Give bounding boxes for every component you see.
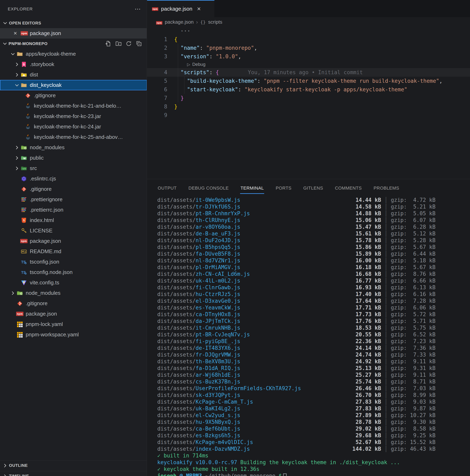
folded-region-marker[interactable]: ···: [147, 27, 470, 35]
collapse-all-icon[interactable]: [136, 40, 142, 47]
terminal-output[interactable]: dist/assets/it-0We9pbsW.js 14.44 kB│gzip…: [147, 194, 470, 476]
open-editor-label: package.json: [30, 30, 61, 36]
vscode-window: EXPLORER ⋯ OPEN EDITORS ✕ npm package.js…: [0, 0, 470, 476]
tree-item[interactable]: node_modules: [0, 288, 147, 298]
tree-item[interactable]: apps/keycloak-theme: [0, 49, 147, 59]
chevron-down-icon[interactable]: [14, 82, 20, 89]
tree-item[interactable]: TStsconfig.json: [0, 257, 147, 267]
chevron-spacer: [18, 123, 24, 130]
tree-item[interactable]: .prettierignore: [0, 194, 147, 205]
chevron-right-icon[interactable]: [14, 71, 20, 78]
breadcrumb-symbol[interactable]: scripts: [208, 19, 222, 25]
tree-item[interactable]: .gitignore: [0, 298, 147, 309]
explorer-title: EXPLORER: [8, 6, 33, 11]
open-editors-label: OPEN EDITORS: [9, 21, 41, 25]
tree-item[interactable]: .eslintrc.cjs: [0, 173, 147, 184]
outline-section[interactable]: OUTLINE: [0, 460, 147, 471]
tree-item[interactable]: npmpackage.json: [0, 236, 147, 246]
close-icon[interactable]: ✕: [197, 6, 201, 12]
new-file-icon[interactable]: [105, 40, 112, 47]
code-line: 8}: [147, 102, 470, 111]
panel-tab-terminal[interactable]: TERMINAL: [240, 184, 264, 194]
code-editor[interactable]: ··· 1{2 "name": "pnpm-monorepo",3 "versi…: [147, 27, 470, 179]
panel-tab-ports[interactable]: PORTS: [275, 184, 292, 194]
project-section[interactable]: PNPM-MONOREPO: [0, 38, 147, 49]
open-editor-package-json[interactable]: ✕ npm package.json: [0, 28, 147, 38]
folder-dist-icon: [20, 71, 27, 78]
refresh-icon[interactable]: [126, 40, 132, 47]
tree-item[interactable]: TStsconfig.node.json: [0, 267, 147, 277]
breadcrumb-file[interactable]: package.json: [165, 19, 194, 25]
panel-tab-gitlens[interactable]: GITLENS: [303, 184, 324, 194]
code-line: 1{: [147, 35, 470, 44]
chevron-right-icon[interactable]: [14, 154, 20, 161]
tree-item[interactable]: pnpm-lock.yaml: [0, 319, 147, 329]
tab-bar: npm package.json ✕: [147, 0, 470, 17]
tree-item-label: README.md: [27, 248, 61, 255]
tree-item[interactable]: pnpm-workspace.yaml: [0, 329, 147, 340]
tree-item[interactable]: 5index.html: [0, 215, 147, 225]
storybook-icon: S: [20, 61, 27, 68]
panel-tab-comments[interactable]: COMMENTS: [335, 184, 362, 194]
terminal-line: dist/assets/es-Bzkgs6h5.js 29.68 kB│gzip…: [157, 432, 470, 439]
timeline-section[interactable]: TIMELINE: [0, 471, 147, 476]
terminal-status-line: ✓ keycloak theme built in 12.36s: [157, 466, 470, 473]
terminal-line: dist/assets/ar-v8OY60oa.js 15.47 kB│gzip…: [157, 224, 470, 230]
ts-icon: TS: [20, 258, 27, 265]
line-number: 7: [147, 95, 167, 101]
tree-item[interactable]: .prettierrc.json: [0, 205, 147, 215]
codelens-debug[interactable]: ▷Debug: [147, 61, 470, 68]
code-line: 9: [147, 111, 470, 119]
tab-package-json[interactable]: npm package.json ✕: [147, 0, 214, 17]
tree-item[interactable]: S.storybook: [0, 59, 147, 69]
tree-item[interactable]: dist_keycloak: [0, 80, 147, 90]
terminal-line: dist/assets/fi-ClnrGawb.js 16.93 kB│gzip…: [157, 284, 470, 291]
panel-tab-debug-console[interactable]: DEBUG CONSOLE: [188, 184, 229, 194]
chevron-down-icon[interactable]: [2, 41, 8, 47]
play-icon: ▷: [187, 62, 190, 67]
tree-item[interactable]: npmpackage.json: [0, 309, 147, 319]
chevron-right-icon[interactable]: [2, 462, 8, 469]
tree-item[interactable]: .gitignore: [0, 184, 147, 194]
more-actions-icon[interactable]: ⋯: [135, 6, 141, 12]
java-icon: [24, 113, 31, 120]
java-icon: [24, 134, 31, 141]
terminal-line: dist/assets/KcPage-C-mCam_T.js 27.83 kB│…: [157, 399, 470, 405]
terminal-line: dist/assets/ca-DTnyHOx8.js 17.73 kB│gzip…: [157, 311, 470, 318]
tree-item[interactable]: keycloak-theme-for-kc-23.jar: [0, 111, 147, 121]
timeline-label: TIMELINE: [9, 474, 29, 476]
npm-icon: npm: [21, 30, 28, 37]
panel-tab-output[interactable]: OUTPUT: [157, 184, 177, 194]
chevron-right-icon[interactable]: [14, 144, 20, 151]
tree-item[interactable]: keycloak-theme-for-kc-25-and-abov…: [0, 132, 147, 142]
new-folder-icon[interactable]: [115, 40, 122, 47]
tree-item[interactable]: LICENSE: [0, 225, 147, 236]
chevron-right-icon[interactable]: [14, 61, 20, 68]
panel-tab-problems[interactable]: PROBLEMS: [373, 184, 399, 194]
tree-item[interactable]: node_modules: [0, 142, 147, 153]
chevron-spacer: [14, 186, 20, 193]
indent-guide: [184, 77, 184, 94]
terminal-prompt[interactable]: joseph @ MBPM3 ~/github/pnpm-monorepo $: [157, 473, 470, 476]
terminal-line: dist/assets/uk-4lL-m0L2.js 16.77 kB│gzip…: [157, 277, 470, 284]
prettier-icon: [20, 196, 27, 203]
tree-item[interactable]: README.md: [0, 246, 147, 257]
chevron-right-icon[interactable]: [9, 290, 16, 297]
tree-item[interactable]: vite.config.ts: [0, 277, 147, 288]
chevron-down-icon[interactable]: [2, 20, 8, 26]
tree-item[interactable]: keycloak-theme-for-kc-24.jar: [0, 121, 147, 132]
terminal-line: dist/assets/KcPage-m4vQlDIC.js 52.67 kB│…: [157, 439, 470, 446]
chevron-right-icon[interactable]: [14, 165, 20, 172]
tree-item[interactable]: keycloak-theme-for-kc-21-and-belo…: [0, 101, 147, 111]
pnpm-icon: [16, 321, 23, 328]
close-icon[interactable]: ✕: [12, 31, 19, 36]
chevron-down-icon[interactable]: [9, 51, 16, 57]
tree-item[interactable]: dist: [0, 69, 147, 80]
chevron-right-icon[interactable]: [2, 473, 8, 476]
tree-item[interactable]: .gitignore: [0, 90, 147, 101]
svg-text:S: S: [23, 63, 25, 66]
tree-item[interactable]: </>src: [0, 163, 147, 173]
tree-item[interactable]: public: [0, 153, 147, 163]
open-editors-section[interactable]: OPEN EDITORS: [0, 18, 147, 28]
line-number: 4: [147, 69, 167, 75]
